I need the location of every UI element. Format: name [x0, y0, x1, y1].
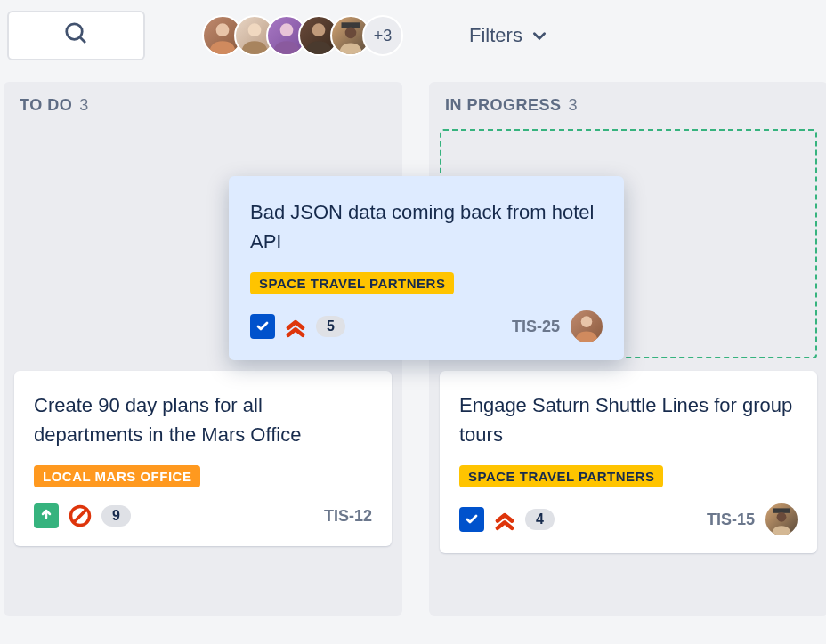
card-title: Create 90 day plans for all departments …	[34, 390, 372, 449]
card-right: TIS-12	[324, 507, 372, 526]
assignee-avatar[interactable]	[571, 310, 603, 342]
svg-point-7	[345, 28, 357, 39]
column-count: 3	[569, 96, 579, 115]
card[interactable]: Create 90 day plans for all departments …	[14, 371, 392, 546]
story-points: 9	[101, 505, 131, 527]
story-type-icon	[34, 503, 59, 528]
toolbar: +3 Filters	[0, 0, 826, 71]
card-key: TIS-12	[324, 507, 372, 526]
card-footer: 5 TIS-25	[250, 310, 603, 342]
assignee-avatar[interactable]	[765, 503, 798, 535]
filters-dropdown[interactable]: Filters	[469, 24, 547, 47]
card-label: SPACE TRAVEL PARTNERS	[459, 465, 663, 487]
svg-point-4	[280, 23, 294, 36]
priority-highest-icon	[493, 508, 516, 531]
avatar-group: +3	[202, 15, 403, 56]
svg-point-0	[66, 24, 82, 40]
svg-point-5	[312, 23, 326, 36]
chevron-down-icon	[531, 28, 547, 44]
blocker-icon	[68, 503, 93, 528]
card-dragging[interactable]: Bad JSON data coming back from hotel API…	[229, 176, 624, 360]
card-label: SPACE TRAVEL PARTNERS	[250, 272, 454, 294]
svg-point-3	[248, 23, 262, 36]
card-right: TIS-15	[707, 503, 798, 535]
column-header: TO DO 3	[14, 96, 392, 115]
column-header: IN PROGRESS 3	[440, 96, 817, 115]
card-meta: 5	[250, 314, 345, 339]
filters-label: Filters	[469, 24, 522, 47]
column-title: TO DO	[20, 96, 72, 115]
story-points: 4	[525, 509, 555, 530]
svg-line-1	[79, 37, 85, 43]
search-input[interactable]	[7, 11, 145, 60]
card-meta: 4	[459, 507, 555, 532]
svg-line-9	[74, 510, 86, 522]
card-label: LOCAL MARS OFFICE	[34, 465, 200, 487]
card-key: TIS-25	[512, 318, 560, 336]
avatar-more[interactable]: +3	[362, 15, 403, 56]
task-type-icon	[459, 507, 484, 532]
card-right: TIS-25	[512, 310, 603, 342]
card-footer: 4 TIS-15	[459, 503, 798, 535]
task-type-icon	[250, 314, 275, 339]
svg-point-2	[216, 23, 230, 36]
svg-point-11	[777, 512, 787, 522]
card-key: TIS-15	[707, 511, 755, 529]
card[interactable]: Engage Saturn Shuttle Lines for group to…	[440, 371, 817, 553]
card-title: Engage Saturn Shuttle Lines for group to…	[459, 390, 798, 449]
svg-point-12	[581, 316, 593, 327]
card-footer: 9 TIS-12	[34, 503, 372, 528]
column-count: 3	[79, 96, 89, 115]
story-points: 5	[316, 316, 345, 337]
card-meta: 9	[34, 503, 131, 528]
card-title: Bad JSON data coming back from hotel API	[250, 197, 603, 256]
search-icon	[63, 20, 90, 51]
priority-highest-icon	[284, 315, 307, 338]
column-title: IN PROGRESS	[445, 96, 562, 115]
